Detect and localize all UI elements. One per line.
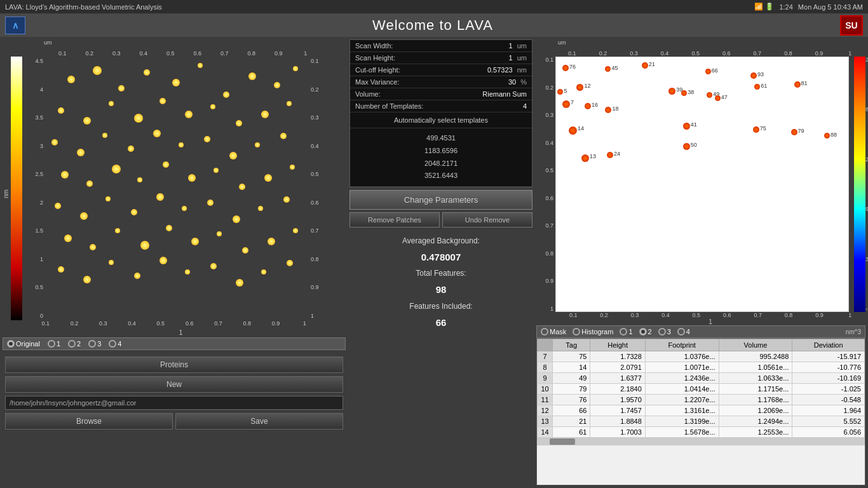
scatter-dot[interactable] (683, 143, 690, 150)
heatmap-with-axes: um 0.10.20.30.40.50.60.70.80.91 4.5 4 (11, 39, 319, 336)
table-row[interactable]: 7 75 1.7328 1.0376e... 995.2488 -15.917 (538, 351, 865, 362)
cell-height: 1.7457 (590, 405, 645, 416)
scatter-dot[interactable] (753, 126, 759, 133)
heatmap-dot (261, 111, 269, 118)
heatmap-radio-row: Original 1 2 3 4 (3, 337, 346, 350)
heatmap-canvas[interactable] (45, 57, 309, 320)
cell-volume: 1.1768e... (719, 395, 792, 405)
change-params-button[interactable]: Change Parameters (349, 190, 532, 210)
filepath-input[interactable]: /home/john/Insync/johngoertz@gmail.cor (5, 396, 343, 410)
radio-1[interactable]: 1 (48, 340, 60, 348)
scan-width-row: Scan Width: 1 um (350, 40, 532, 52)
radio-2[interactable]: 2 (68, 340, 81, 348)
scatter-dot[interactable] (824, 133, 830, 139)
heatmap-dot (293, 228, 298, 233)
topbar-right: 📶 🔋 1:24 Mon Aug 5 10:43 AM (754, 3, 863, 11)
heatmap-dot (172, 79, 180, 86)
scatter-dot[interactable] (707, 92, 712, 98)
col-header-footprint[interactable]: Footprint (645, 339, 719, 351)
scatter-radio-mask[interactable]: Mask (541, 328, 566, 336)
table-row[interactable]: 9 49 1.6377 1.2436e... 1.0633e... -10.16… (538, 373, 865, 384)
app-title: Welcome to LAVA (25, 17, 840, 34)
col-header-tag[interactable]: Tag (553, 339, 590, 351)
cell-height: 1.7003 (590, 427, 645, 438)
scatter-dot[interactable] (705, 69, 711, 74)
scatter-dot[interactable] (754, 84, 760, 90)
scatter-dot[interactable] (681, 90, 687, 96)
cell-footprint: 1.0376e... (645, 351, 719, 362)
data-table-container[interactable]: Tag Height Footprint Volume Deviation 7 … (536, 338, 865, 485)
cell-deviation: -10.776 (792, 362, 865, 373)
table-header-row: Tag Height Footprint Volume Deviation (538, 339, 865, 351)
scrollbar-thumb[interactable] (550, 438, 575, 445)
scatter-dot[interactable] (791, 129, 797, 135)
scatter-dot[interactable] (605, 107, 611, 113)
scatter-dot[interactable] (569, 126, 577, 135)
heatmap-dot (166, 225, 172, 231)
scatter-radio-histogram[interactable]: Histogram (573, 328, 613, 336)
table-row[interactable]: 10 79 2.1840 1.0414e... 1.1715e... -1.02… (538, 384, 865, 395)
new-button[interactable]: New (5, 376, 343, 393)
heatmap-dot (83, 117, 91, 125)
heatmap-dot (77, 149, 85, 156)
cell-footprint: 1.5678e... (645, 427, 719, 438)
scatter-units: nm^3 (846, 329, 861, 336)
browse-button[interactable]: Browse (5, 413, 173, 430)
col-header-deviation[interactable]: Deviation (792, 339, 865, 351)
scatter-dot[interactable] (750, 72, 757, 79)
scatter-dot[interactable] (562, 100, 570, 108)
cell-footprint: 1.3199e... (645, 416, 719, 427)
color-scale-right (854, 57, 865, 312)
scatter-dot-label: 38 (688, 89, 694, 95)
save-button[interactable]: Save (175, 413, 343, 430)
scatter-dot[interactable] (607, 152, 613, 158)
scatter-dot-label: 7 (571, 99, 574, 105)
scatter-dot[interactable] (576, 84, 583, 91)
cell-volume: 995.2488 (719, 351, 792, 362)
col-header-height[interactable]: Height (590, 339, 645, 351)
table-row[interactable]: 14 61 1.7003 1.5678e... 1.2553e... 6.056 (538, 427, 865, 438)
heatmap-dot (290, 165, 295, 170)
col-header-volume[interactable]: Volume (719, 339, 792, 351)
scatter-dot[interactable] (794, 81, 801, 88)
table-row[interactable]: 11 76 1.9570 1.2207e... 1.1768e... -0.54… (538, 395, 865, 405)
cell-tag: 21 (553, 416, 590, 427)
scan-height-row: Scan Height: 1 um (350, 52, 532, 64)
heatmap-dot (242, 247, 248, 254)
scatter-dot[interactable] (562, 65, 569, 71)
scatter-dot[interactable] (585, 103, 591, 109)
scatter-dot[interactable] (581, 154, 589, 162)
scatter-dot[interactable] (605, 66, 611, 72)
heatmap-dot (159, 98, 166, 104)
cell-height: 1.6377 (590, 373, 645, 384)
heatmap-dot (163, 161, 169, 168)
scatter-dot[interactable] (557, 89, 563, 95)
table-row[interactable]: 12 66 1.7457 1.3161e... 1.2069e... 1.964 (538, 405, 865, 416)
scatter-radio-1[interactable]: 1 (620, 328, 632, 336)
table-row[interactable]: 13 21 1.8848 1.3199e... 1.2494e... 5.552 (538, 416, 865, 427)
scatter-radio-4[interactable]: 4 (677, 328, 690, 336)
protein-panel: Proteins New /home/john/Insync/johngoert… (3, 354, 346, 432)
radio-4[interactable]: 4 (109, 340, 121, 348)
col-header-row[interactable] (538, 339, 553, 351)
scatter-dot-label: 24 (614, 151, 620, 157)
radio-3[interactable]: 3 (88, 340, 101, 348)
table-row[interactable]: 8 14 2.0791 1.0071e... 1.0561e... -10.77… (538, 362, 865, 373)
scatter-radio-2[interactable]: 2 (639, 328, 652, 336)
scatter-radio-3[interactable]: 3 (658, 328, 671, 336)
scatter-dot[interactable] (642, 62, 648, 69)
heatmap-dot (229, 152, 237, 159)
proteins-button[interactable]: Proteins (5, 356, 343, 373)
scatter-area: um 0.10.20.30.40.50.60.70.80.91 0.1 0.2 … (536, 39, 865, 325)
heatmap-dot (61, 171, 69, 179)
scatter-canvas[interactable]: 7645216693125816139384947716181441757988… (555, 57, 849, 312)
scatter-dot[interactable] (715, 95, 721, 101)
undo-remove-button[interactable]: Undo Remove (442, 212, 532, 227)
heatmap-dot (191, 238, 199, 245)
remove-patches-button[interactable]: Remove Patches (349, 212, 440, 227)
cell-tag: 76 (553, 395, 590, 405)
horizontal-scrollbar[interactable] (537, 438, 865, 445)
radio-original[interactable]: Original (7, 340, 40, 348)
scatter-dot[interactable] (668, 88, 675, 95)
scatter-dot[interactable] (683, 123, 690, 130)
